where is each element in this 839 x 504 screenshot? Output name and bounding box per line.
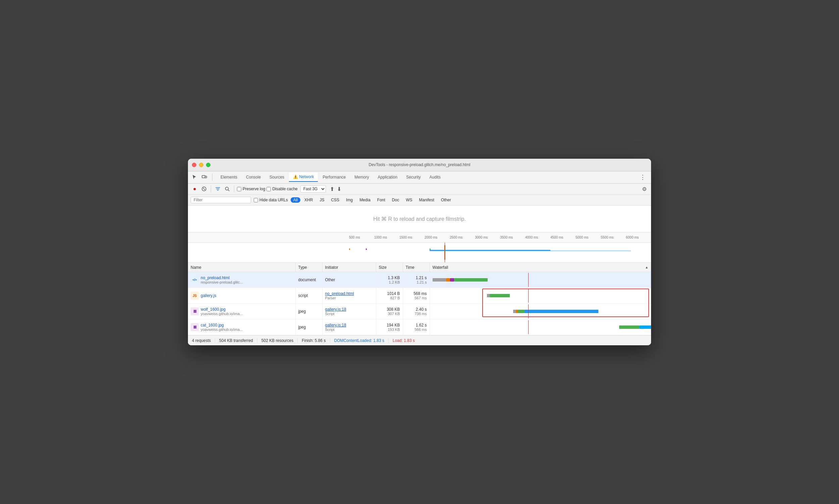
table-row[interactable]: 🖼 wolf_1600.jpg yoavweiss.github.io/ima.…	[188, 304, 651, 320]
filmstrip-area: Hit ⌘ R to reload and capture filmstrip.	[188, 206, 651, 233]
tab-sources[interactable]: Sources	[266, 173, 288, 182]
initiator-cell: no_preload.html Parser	[322, 288, 376, 304]
preserve-log-checkbox[interactable]: Preserve log	[237, 186, 265, 191]
record-button[interactable]: ●	[191, 185, 199, 193]
file-url: yoavweiss.github.io/ima...	[201, 312, 243, 316]
tab-bar: Elements Console Sources ⚠️ Network Perf…	[188, 172, 651, 183]
search-button[interactable]	[223, 185, 231, 193]
col-name[interactable]: Name	[188, 263, 295, 272]
network-preset-select[interactable]: Fast 3G Slow 3G Online Offline	[300, 185, 326, 193]
more-tabs-button[interactable]: ⋮	[637, 174, 648, 181]
filmstrip-hint: Hit ⌘ R to reload and capture filmstrip.	[373, 216, 466, 222]
hide-data-urls-checkbox[interactable]: Hide data URLs	[254, 198, 288, 202]
file-url: yoavweiss.github.io/ima...	[201, 327, 243, 331]
col-size[interactable]: Size	[376, 263, 403, 272]
size-cell: 1.3 KB 1.2 KB	[376, 272, 403, 288]
filter-tag-all[interactable]: All	[291, 197, 300, 203]
cursor-icon[interactable]	[191, 174, 198, 181]
tab-console[interactable]: Console	[242, 173, 265, 182]
hide-data-urls-input[interactable]	[254, 198, 258, 202]
initiator-link[interactable]: no_preload.html	[325, 291, 354, 296]
filter-tag-doc[interactable]: Doc	[389, 197, 402, 203]
transferred-size: 504 KB transferred	[219, 338, 257, 343]
preserve-log-label: Preserve log	[243, 186, 265, 191]
ruler-label-2500: 2500 ms	[450, 236, 475, 239]
filter-tags: All XHR JS CSS Img Media Font Doc WS Man…	[291, 197, 454, 203]
warning-icon: ⚠️	[293, 175, 298, 179]
col-time[interactable]: Time	[403, 263, 430, 272]
svg-line-3	[203, 188, 205, 190]
clear-button[interactable]	[200, 185, 208, 193]
main-bar	[454, 278, 488, 282]
disable-cache-checkbox[interactable]: Disable cache	[266, 186, 297, 191]
dom-content-loaded-time: DOMContentLoaded: 1.83 s	[334, 338, 389, 343]
svg-rect-7	[366, 248, 367, 250]
waterfall-cell-2	[430, 288, 651, 304]
tab-application[interactable]: Application	[374, 173, 401, 182]
filter-tag-css[interactable]: CSS	[328, 197, 342, 203]
waterfall-cell-3	[430, 304, 651, 320]
disable-cache-input[interactable]	[266, 187, 271, 191]
tab-performance[interactable]: Performance	[319, 173, 350, 182]
svg-rect-6	[349, 248, 350, 250]
filter-input[interactable]	[191, 197, 251, 203]
table-header-row: Name Type Initiator Size Time Waterfall …	[188, 263, 651, 272]
network-table-container: Name Type Initiator Size Time Waterfall …	[188, 263, 651, 336]
tab-elements[interactable]: Elements	[216, 173, 241, 182]
type-cell: document	[295, 272, 322, 288]
stall-bar3	[513, 310, 516, 313]
tab-audits[interactable]: Audits	[426, 173, 445, 182]
ruler-label-2000: 2000 ms	[425, 236, 450, 239]
tab-network[interactable]: ⚠️ Network	[289, 173, 318, 182]
resources-size: 502 KB resources	[262, 338, 298, 343]
ruler-label-3000: 3000 ms	[475, 236, 500, 239]
vline-row1	[528, 273, 529, 287]
requests-count: 4 requests	[192, 338, 215, 343]
col-initiator[interactable]: Initiator	[322, 263, 376, 272]
tab-security[interactable]: Security	[402, 173, 425, 182]
upload-icon[interactable]: ⬆	[330, 186, 334, 192]
initiator-link[interactable]: gallery.js:18	[325, 323, 346, 327]
stall-bar2	[487, 294, 489, 297]
preserve-log-input[interactable]	[237, 187, 241, 191]
ruler-label-5000: 5000 ms	[575, 236, 601, 239]
file-name: wolf_1600.jpg	[201, 307, 243, 312]
tabs: Elements Console Sources ⚠️ Network Perf…	[216, 173, 637, 182]
tab-memory[interactable]: Memory	[350, 173, 373, 182]
ruler-label-1000: 1000 ms	[374, 236, 399, 239]
initiator-link[interactable]: gallery.js:18	[325, 307, 346, 312]
svg-line-5	[228, 190, 230, 191]
table-row[interactable]: </> no_preload.html responsive-preload.g…	[188, 272, 651, 288]
table-row[interactable]: 🖼 cat_1600.jpg yoavweiss.github.io/ima..…	[188, 320, 651, 335]
name-cell: 🖼 wolf_1600.jpg yoavweiss.github.io/ima.…	[188, 304, 295, 320]
ruler-label-6000: 6000 ms	[626, 236, 651, 239]
filter-tag-manifest[interactable]: Manifest	[416, 197, 437, 203]
svg-rect-8	[430, 248, 431, 250]
filter-tag-other[interactable]: Other	[438, 197, 454, 203]
filter-tag-xhr[interactable]: XHR	[302, 197, 316, 203]
filter-tag-ws[interactable]: WS	[403, 197, 415, 203]
col-type[interactable]: Type	[295, 263, 322, 272]
col-waterfall[interactable]: Waterfall ▲	[430, 263, 651, 272]
waterfall-label: Waterfall	[433, 265, 448, 270]
filter-tag-js[interactable]: JS	[317, 197, 327, 203]
upload-download: ⬆ ⬇	[330, 186, 341, 192]
window-title: DevTools - responsive-preload.glitch.me/…	[369, 162, 470, 167]
settings-button[interactable]: ⚙	[640, 185, 648, 193]
filter-icon[interactable]	[214, 185, 222, 193]
minimize-button[interactable]	[199, 163, 203, 167]
filter-tag-media[interactable]: Media	[357, 197, 373, 203]
ssl-bar	[450, 278, 454, 282]
divider2	[234, 185, 234, 192]
close-button[interactable]	[192, 163, 196, 167]
device-toggle-icon[interactable]	[201, 174, 208, 181]
svg-rect-0	[202, 176, 205, 178]
download-icon[interactable]: ⬇	[337, 186, 341, 192]
table-row[interactable]: JS gallery.js script no_preload.html Par…	[188, 288, 651, 304]
maximize-button[interactable]	[206, 163, 210, 167]
divider	[211, 185, 211, 192]
initiator-cell: gallery.js:18 Script	[322, 304, 376, 320]
network-table: Name Type Initiator Size Time Waterfall …	[188, 263, 651, 336]
filter-tag-font[interactable]: Font	[375, 197, 388, 203]
filter-tag-img[interactable]: Img	[343, 197, 355, 203]
